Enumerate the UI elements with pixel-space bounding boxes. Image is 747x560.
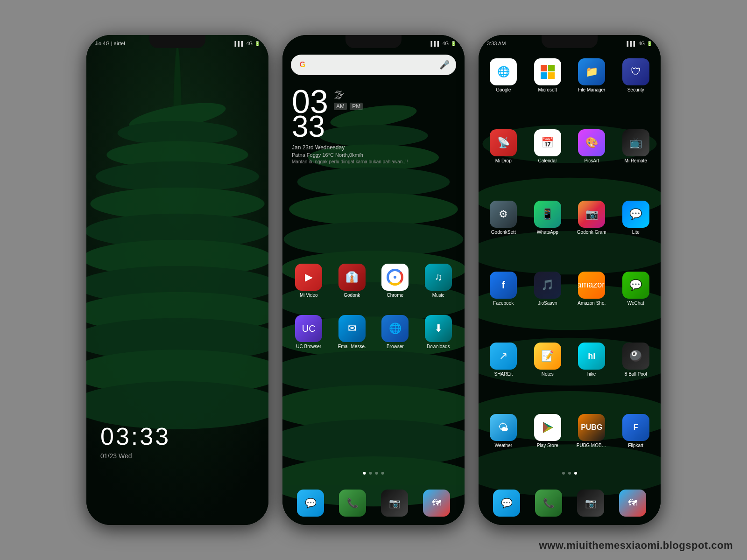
hike-label: hike (587, 371, 596, 377)
app-security[interactable]: 🛡 Security (616, 58, 656, 126)
picsart-label: PicsArt (584, 158, 599, 163)
dot-1 (363, 472, 366, 475)
wechat-label: WeChat (627, 301, 644, 306)
dot3-3 (574, 472, 577, 475)
app-jiosaavn[interactable]: 🎵 JioSaavn (528, 272, 568, 339)
app-weather[interactable]: 🌤 Weather (483, 414, 524, 481)
security-icon: 🛡 (622, 58, 649, 85)
microsoft-icon (534, 58, 561, 85)
jiosaavn-label: JioSaavn (538, 301, 557, 306)
app-midrop[interactable]: 📡 Mi Drop (483, 129, 524, 196)
app-calendar[interactable]: 📅 Calendar (528, 129, 568, 196)
app-filemanager[interactable]: 📁 File Manager (571, 58, 612, 126)
messenger-icon: 💬 (622, 201, 649, 228)
browser-icon: 🌐 (381, 315, 409, 342)
app-amazon[interactable]: amazon Amazon Sho. (571, 272, 612, 339)
google-logo: G (297, 60, 308, 70)
app-playstore[interactable]: Play Store (528, 414, 568, 481)
dock-phone-3[interactable]: 📞 (530, 490, 567, 517)
widget-minute: 33 (292, 113, 408, 140)
app-hike[interactable]: hi hike (571, 343, 612, 410)
8ball-icon: 🎱 (622, 343, 649, 370)
app-facebook[interactable]: f Facebook (483, 272, 524, 339)
security-label: Security (627, 87, 644, 92)
app-google[interactable]: 🌐 Google (483, 58, 524, 126)
dock-messages-2[interactable]: 💬 (292, 490, 329, 517)
midrop-icon: 📡 (490, 129, 517, 156)
dock-phone-2[interactable]: 📞 (334, 490, 371, 517)
dot-3 (375, 472, 378, 475)
app-8ball[interactable]: 🎱 8 Ball Pool (616, 343, 656, 410)
instagram-icon: 📷 (578, 201, 605, 228)
app-chrome[interactable]: Chrome (376, 264, 414, 298)
app-music[interactable]: ♫ Music (420, 264, 458, 298)
app-email[interactable]: ✉ Email Messe. (333, 315, 371, 349)
app-messenger[interactable]: 💬 Lite (616, 201, 656, 268)
filemanager-icon: 📁 (578, 58, 605, 85)
app-flipkart[interactable]: F Flipkart (616, 414, 656, 481)
jiosaavn-icon: 🎵 (534, 272, 561, 299)
8ball-label: 8 Ball Pool (625, 371, 647, 377)
app-microsoft[interactable]: Microsoft (528, 58, 568, 126)
dock-camera-3[interactable]: 📷 (572, 490, 609, 517)
dock3-phone-icon: 📞 (535, 490, 562, 517)
svg-rect-36 (541, 65, 547, 71)
phone-icon: 📞 (339, 490, 366, 517)
dock-maps-3[interactable]: 🗺 (614, 490, 651, 517)
mivideo-icon: ▶ (295, 264, 322, 291)
browser-label: Browser (387, 344, 404, 349)
app-browser[interactable]: 🌐 Browser (376, 315, 414, 349)
godonk-icon: 👔 (338, 264, 366, 291)
svg-point-18 (297, 168, 450, 197)
page-dots-2 (363, 472, 384, 475)
app-miremote[interactable]: 📺 Mi Remote (616, 129, 656, 196)
instagram-label: Godonk Gram (577, 230, 606, 235)
google-icon: 🌐 (490, 58, 517, 85)
app-godonk[interactable]: 👔 Godonk (333, 264, 371, 298)
app-shareit[interactable]: ↗ SHAREit (483, 343, 524, 410)
chrome-label: Chrome (387, 293, 403, 298)
app-ucbrowser[interactable]: UC UC Browser (290, 315, 328, 349)
phone-1: Jio 4G | airtel ▌▌▌ 4G 🔋 03:33 01/23 Wed (86, 35, 268, 525)
battery-3: 🔋 (647, 41, 652, 46)
microsoft-label: Microsoft (538, 87, 557, 92)
dot-4 (381, 472, 384, 475)
dock-2: 💬 📞 📷 🗺 (288, 490, 459, 517)
dock-messages-3[interactable]: 💬 (488, 490, 525, 517)
app-pubg[interactable]: PUBG PUBG MOBILE (571, 414, 612, 481)
svg-rect-39 (548, 72, 555, 79)
music-icon: ♫ (425, 264, 452, 291)
app-mivideo[interactable]: ▶ Mi Video (290, 264, 328, 298)
app-row-1: ▶ Mi Video 👔 Godonk Chrome ♫ Music (282, 264, 465, 298)
lock-time: 03:33 (100, 422, 170, 450)
dock-3: 💬 📞 📷 🗺 (484, 490, 655, 517)
network-1: 4G (247, 41, 253, 46)
email-icon: ✉ (338, 315, 366, 342)
app-wechat[interactable]: 💬 WeChat (616, 272, 656, 339)
watermark: www.miuithemesxiaomi.blogspot.com (539, 539, 733, 552)
app-downloads[interactable]: ⬇ Downloads (420, 315, 458, 349)
app-instagram[interactable]: 📷 Godonk Gram (571, 201, 612, 268)
phone1-screen: Jio 4G | airtel ▌▌▌ 4G 🔋 03:33 01/23 Wed (86, 35, 268, 525)
app-settings[interactable]: ⚙ GodonkSett (483, 201, 524, 268)
lock-date: 01/23 Wed (100, 452, 170, 460)
app-grid-3: 🌐 Google Microsoft 📁 File Manager 🛡 Secu… (479, 56, 661, 484)
whatsapp-icon: 📱 (534, 201, 561, 228)
svg-point-19 (289, 193, 458, 225)
notch-2 (345, 35, 402, 48)
app-whatsapp[interactable]: 📱 WhatsApp (528, 201, 568, 268)
playstore-icon (534, 414, 561, 441)
page-dots-3 (562, 472, 577, 475)
app-notes[interactable]: 📝 Notes (528, 343, 568, 410)
downloads-icon: ⬇ (425, 315, 452, 342)
search-bar[interactable]: G 🎤 (291, 55, 456, 75)
signal-1: ▌▌▌ (234, 41, 244, 46)
app-picsart[interactable]: 🎨 PicsArt (571, 129, 612, 196)
email-label: Email Messe. (338, 344, 366, 349)
google-label: Google (496, 87, 511, 92)
dock-maps-2[interactable]: 🗺 (418, 490, 455, 517)
dock-camera-2[interactable]: 📷 (376, 490, 413, 517)
phone3-screen: 3:33 AM ▌▌▌ 4G 🔋 🌐 Google Mi (479, 35, 661, 525)
messages-icon: 💬 (297, 490, 324, 517)
signal-2: ▌▌▌ (430, 41, 440, 46)
